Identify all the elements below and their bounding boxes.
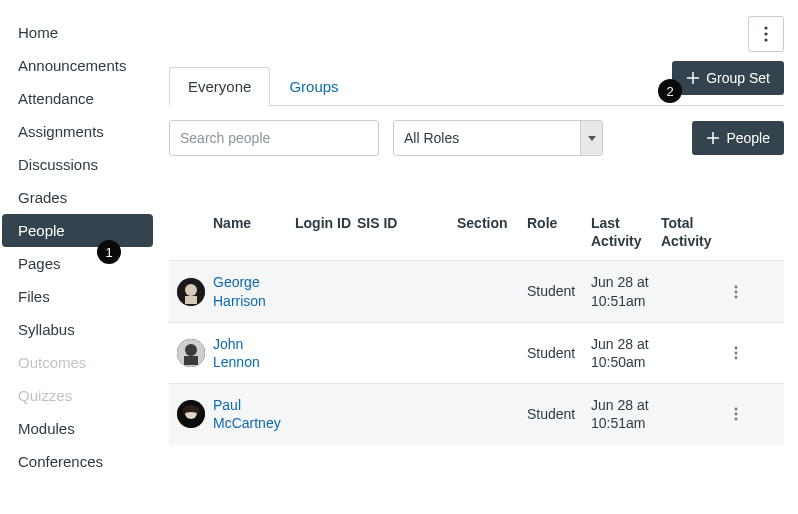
avatar xyxy=(177,339,205,367)
nav-item-label: Assignments xyxy=(18,123,104,140)
avatar xyxy=(177,400,205,428)
nav-item-label: Pages xyxy=(18,255,61,272)
tab-groups[interactable]: Groups xyxy=(270,67,357,106)
svg-point-13 xyxy=(735,352,738,355)
nav-item-label: Quizzes xyxy=(18,387,72,404)
nav-item-home[interactable]: Home xyxy=(0,16,155,49)
svg-point-12 xyxy=(735,347,738,350)
people-table: Name Login ID SIS ID Section Role Last A… xyxy=(169,204,784,445)
nav-item-pages[interactable]: Pages xyxy=(0,247,155,280)
search-people-input[interactable] xyxy=(169,120,379,156)
kebab-icon xyxy=(734,407,738,421)
add-group-set-button[interactable]: Group Set 2 xyxy=(672,61,784,95)
course-nav: HomeAnnouncementsAttendanceAssignmentsDi… xyxy=(0,0,155,514)
nav-item-assignments[interactable]: Assignments xyxy=(0,115,155,148)
svg-rect-5 xyxy=(185,296,197,304)
svg-point-19 xyxy=(735,418,738,421)
nav-item-files[interactable]: Files xyxy=(0,280,155,313)
svg-point-4 xyxy=(185,284,197,296)
cell-last-activity: Jun 28 at 10:51am xyxy=(591,396,661,432)
svg-point-1 xyxy=(764,32,767,35)
nav-item-discussions[interactable]: Discussions xyxy=(0,148,155,181)
chevron-down-icon xyxy=(580,121,602,155)
kebab-icon xyxy=(764,26,768,42)
user-name-link[interactable]: John Lennon xyxy=(213,336,260,370)
nav-item-quizzes[interactable]: Quizzes xyxy=(0,379,155,412)
add-people-button[interactable]: People xyxy=(692,121,784,155)
cell-last-activity: Jun 28 at 10:50am xyxy=(591,335,661,371)
nav-item-label: Home xyxy=(18,24,58,41)
nav-item-label: Attendance xyxy=(18,90,94,107)
row-options-button[interactable] xyxy=(721,407,751,421)
svg-point-14 xyxy=(735,357,738,360)
cell-role: Student xyxy=(527,282,591,300)
tab-everyone[interactable]: Everyone xyxy=(169,67,270,106)
user-name-link[interactable]: Paul McCartney xyxy=(213,397,281,431)
th-role: Role xyxy=(527,214,591,250)
kebab-icon xyxy=(734,346,738,360)
cell-role: Student xyxy=(527,405,591,423)
nav-item-announcements[interactable]: Announcements xyxy=(0,49,155,82)
row-options-button[interactable] xyxy=(721,285,751,299)
nav-item-conferences[interactable]: Conferences xyxy=(0,445,155,478)
row-options-button[interactable] xyxy=(721,346,751,360)
cell-role: Student xyxy=(527,344,591,362)
svg-point-6 xyxy=(735,285,738,288)
svg-point-10 xyxy=(185,344,197,356)
nav-item-label: Announcements xyxy=(18,57,126,74)
nav-item-label: Outcomes xyxy=(18,354,86,371)
user-name-link[interactable]: George Harrison xyxy=(213,274,266,308)
role-filter-select[interactable]: All Roles xyxy=(393,120,603,156)
nav-item-label: Discussions xyxy=(18,156,98,173)
svg-point-18 xyxy=(735,413,738,416)
plus-icon xyxy=(706,131,720,145)
filter-bar: All Roles People xyxy=(169,120,784,156)
th-name: Name xyxy=(213,214,295,250)
svg-point-2 xyxy=(764,38,767,41)
page-options-button[interactable] xyxy=(748,16,784,52)
nav-item-modules[interactable]: Modules xyxy=(0,412,155,445)
th-section: Section xyxy=(457,214,527,250)
nav-item-label: Grades xyxy=(18,189,67,206)
table-row: George HarrisonStudentJun 28 at 10:51am xyxy=(169,260,784,321)
svg-point-8 xyxy=(735,295,738,298)
th-login-id: Login ID xyxy=(295,214,357,250)
nav-item-label: Conferences xyxy=(18,453,103,470)
nav-item-label: Modules xyxy=(18,420,75,437)
svg-point-7 xyxy=(735,290,738,293)
avatar xyxy=(177,278,205,306)
cell-last-activity: Jun 28 at 10:51am xyxy=(591,273,661,309)
page-options xyxy=(748,16,784,52)
plus-icon xyxy=(686,71,700,85)
svg-point-17 xyxy=(735,408,738,411)
table-row: John LennonStudentJun 28 at 10:50am xyxy=(169,322,784,383)
nav-item-people[interactable]: People1 xyxy=(2,214,153,247)
nav-item-label: People xyxy=(18,222,65,239)
table-row: Paul McCartneyStudentJun 28 at 10:51am xyxy=(169,383,784,444)
nav-item-outcomes[interactable]: Outcomes xyxy=(0,346,155,379)
th-last-activity: Last Activity xyxy=(591,214,661,250)
role-filter-value: All Roles xyxy=(404,130,459,146)
tab-bar: Everyone Groups Group Set 2 xyxy=(169,66,784,106)
table-header-row: Name Login ID SIS ID Section Role Last A… xyxy=(169,204,784,260)
nav-item-syllabus[interactable]: Syllabus xyxy=(0,313,155,346)
svg-point-0 xyxy=(764,26,767,29)
nav-item-grades[interactable]: Grades xyxy=(0,181,155,214)
th-total-activity: Total Activity xyxy=(661,214,721,250)
nav-item-attendance[interactable]: Attendance xyxy=(0,82,155,115)
add-group-set-label: Group Set xyxy=(706,70,770,86)
svg-rect-11 xyxy=(184,356,198,365)
nav-item-label: Files xyxy=(18,288,50,305)
nav-item-label: Syllabus xyxy=(18,321,75,338)
kebab-icon xyxy=(734,285,738,299)
callout-badge-2: 2 xyxy=(658,79,682,103)
th-sis-id: SIS ID xyxy=(357,214,457,250)
main-content: Everyone Groups Group Set 2 All Roles Pe… xyxy=(155,0,798,514)
add-people-label: People xyxy=(726,130,770,146)
